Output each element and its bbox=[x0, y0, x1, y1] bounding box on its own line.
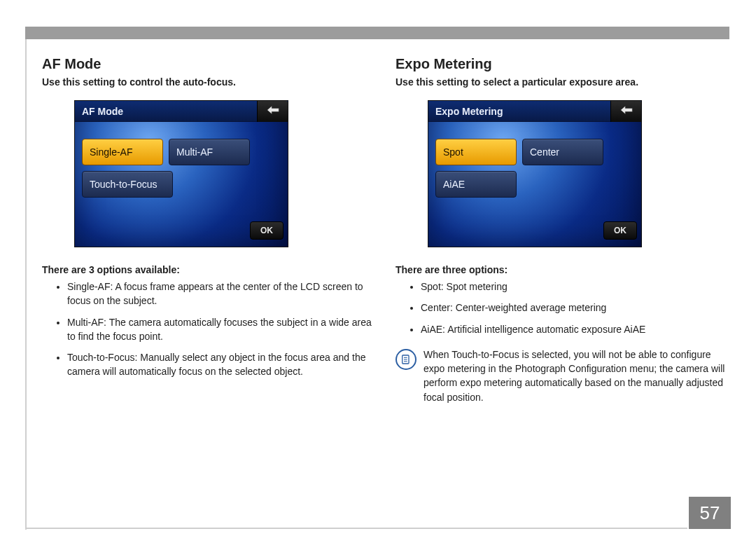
back-button[interactable] bbox=[257, 101, 288, 122]
note-block: When Touch-to-Focus is selected, you wil… bbox=[396, 348, 728, 404]
list-item: Touch-to-Focus: Manually select any obje… bbox=[67, 350, 374, 379]
expo-option-spot[interactable]: Spot bbox=[435, 139, 517, 165]
content-columns: AF Mode Use this setting to control the … bbox=[42, 56, 728, 494]
ok-button[interactable]: OK bbox=[603, 221, 637, 240]
expo-option-center[interactable]: Center bbox=[522, 139, 603, 165]
manual-page: 57 AF Mode Use this setting to control t… bbox=[0, 0, 756, 550]
af-options-intro: There are 3 options available: bbox=[42, 264, 374, 275]
right-column: Expo Metering Use this setting to select… bbox=[396, 56, 728, 494]
expo-options-intro: There are three options: bbox=[396, 264, 728, 275]
expo-metering-lede: Use this setting to select a particular … bbox=[396, 76, 728, 88]
list-item: Spot: Spot metering bbox=[421, 280, 728, 294]
list-item: AiAE: Artificial intelligence automatic … bbox=[421, 322, 728, 336]
left-column: AF Mode Use this setting to control the … bbox=[42, 56, 374, 494]
back-button[interactable] bbox=[610, 101, 641, 122]
af-options-list: Single-AF: A focus frame appears at the … bbox=[42, 280, 374, 379]
af-screen-titlebar: AF Mode bbox=[75, 101, 288, 122]
page-left-rule bbox=[25, 39, 27, 530]
back-arrow-icon bbox=[620, 105, 634, 118]
back-arrow-icon bbox=[266, 105, 280, 118]
list-item: Center: Center-weighted average metering bbox=[421, 301, 728, 315]
expo-metering-screenshot: Expo Metering Spot Center AiAE OK bbox=[428, 100, 642, 247]
expo-metering-heading: Expo Metering bbox=[396, 56, 728, 72]
expo-option-aiae[interactable]: AiAE bbox=[435, 171, 517, 198]
af-option-single-af[interactable]: Single-AF bbox=[82, 139, 163, 165]
expo-screen-titlebar: Expo Metering bbox=[428, 101, 641, 122]
af-screen-title: AF Mode bbox=[82, 106, 123, 117]
af-option-touch-to-focus[interactable]: Touch-to-Focus bbox=[82, 171, 173, 198]
expo-options-list: Spot: Spot metering Center: Center-weigh… bbox=[396, 280, 728, 336]
ok-button[interactable]: OK bbox=[250, 221, 284, 240]
list-item: Single-AF: A focus frame appears at the … bbox=[67, 280, 374, 308]
af-mode-lede: Use this setting to control the auto-foc… bbox=[42, 76, 374, 88]
af-mode-heading: AF Mode bbox=[42, 56, 374, 72]
note-icon bbox=[396, 349, 416, 370]
af-option-multi-af[interactable]: Multi-AF bbox=[169, 139, 250, 165]
af-mode-screenshot: AF Mode Single-AF Multi-AF Touch-to-Focu… bbox=[74, 100, 288, 247]
note-text: When Touch-to-Focus is selected, you wil… bbox=[424, 348, 728, 404]
page-number: 57 bbox=[689, 497, 731, 529]
list-item: Multi-AF: The camera automatically focus… bbox=[67, 315, 374, 344]
expo-screen-title: Expo Metering bbox=[435, 106, 503, 117]
page-top-bar bbox=[25, 27, 729, 39]
page-bottom-rule bbox=[25, 528, 687, 529]
